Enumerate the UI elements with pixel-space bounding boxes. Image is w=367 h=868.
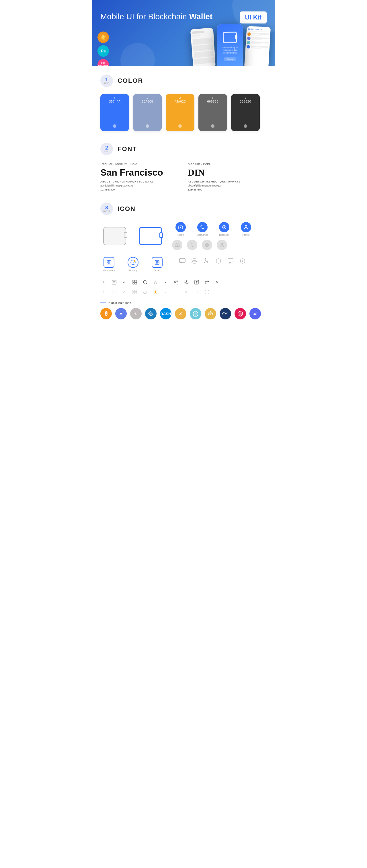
bottom-icons-row: Mangment ! History (101, 257, 266, 272)
circle-icon (215, 257, 223, 265)
color-swatch-dot (178, 124, 182, 128)
hero-section: Mobile UI for Blockchain Wallet UI Kit P… (92, 0, 275, 66)
svg-point-3 (180, 227, 181, 228)
wallet-blue-icon (139, 227, 162, 245)
management-icon-item: Mangment (101, 257, 117, 272)
screens-badge: 60+Screens (97, 59, 109, 66)
ps-icon: Ps (97, 45, 109, 57)
nav-icons-cluster: Assets Exchange (172, 222, 255, 250)
svg-rect-13 (107, 263, 109, 264)
nav-icons-gray-row (172, 240, 255, 250)
grid-icon (131, 279, 138, 286)
utility-icons-row-1: + ✓ (101, 279, 266, 286)
plus-icon: + (101, 279, 107, 286)
color-swatch-dot (244, 124, 247, 128)
golem-icon (234, 308, 246, 319)
close-icon: ✕ (214, 279, 221, 286)
back-icon-gray: ‹ (162, 288, 169, 296)
color-section: 1 ONE COLOR # 3574FA # 8DA0C8 # F5A623 (101, 74, 266, 131)
svg-point-11 (221, 243, 223, 245)
svg-rect-27 (133, 282, 135, 284)
note-icon-gray (111, 288, 117, 296)
color-swatches: # 3574FA # 8DA0C8 # F5A623 # 666666 # (101, 94, 266, 131)
discover-icon-gray (202, 240, 212, 250)
swap-icon (204, 279, 210, 286)
discover-icon-item: Discover (216, 222, 233, 236)
wallet-icons-row: Assets Exchange (101, 222, 266, 250)
search-icon (142, 279, 148, 286)
comment-icon (227, 257, 234, 265)
font-din: Medium · Bold DIN ABCDEFGHIJKLMNOPQRSTUV… (188, 162, 266, 191)
exchange-icon-gray (187, 240, 197, 250)
star-icon-orange: ★ (152, 288, 159, 296)
dash-icon: DASH (160, 308, 171, 319)
svg-point-10 (206, 244, 208, 246)
main-content: 1 ONE COLOR # 3574FA # 8DA0C8 # F5A623 (92, 66, 275, 337)
svg-point-5 (224, 226, 225, 228)
share-icon (173, 279, 179, 286)
assets-icon-gray (172, 240, 182, 250)
svg-point-23 (242, 260, 243, 260)
phone-mockups: Character may bemastered in thegood mome… (192, 24, 270, 66)
litecoin-icon: Ł (130, 308, 142, 319)
sketch-icon (97, 32, 109, 43)
bitcoin-icon: ₿ (101, 308, 112, 319)
profile-icon (241, 222, 251, 232)
arrow-icon-gray: → (193, 288, 200, 296)
icon-section-number: 3 THREE (101, 203, 113, 215)
plus-icon-gray: + (101, 288, 107, 296)
svg-point-31 (174, 282, 175, 283)
svg-marker-2 (179, 225, 182, 229)
icon-section-title: ICON (117, 205, 136, 213)
font-section-header: 2 TWO FONT (101, 143, 266, 155)
layers-icon (190, 257, 198, 265)
management-icon (104, 257, 114, 268)
svg-rect-19 (179, 258, 185, 262)
order-icon (152, 257, 163, 268)
blockchain-label-line (101, 303, 106, 303)
stratos-icon (250, 308, 261, 319)
wallet-outline-icon (103, 227, 126, 245)
font-section: 2 TWO FONT Regular · Medium · Bold San F… (101, 143, 266, 191)
svg-point-30 (177, 280, 178, 281)
forward-icon-gray: → (173, 288, 179, 296)
color-section-number: 1 ONE (101, 74, 113, 87)
check-icon-gray: ✓ (121, 288, 128, 296)
star-icon: ☆ (152, 279, 159, 286)
color-swatch-dot (211, 124, 215, 128)
assets-icon (175, 222, 186, 232)
stratis-icon (145, 308, 157, 319)
svg-rect-36 (133, 290, 135, 291)
color-swatch-gray: # 666666 (198, 94, 227, 131)
order-icon-item: Order (148, 257, 166, 272)
misc-icons-row (178, 257, 247, 265)
font-grid: Regular · Medium · Bold San Francisco AB… (101, 162, 266, 191)
svg-rect-25 (133, 280, 135, 282)
utility-icons-row-2: + ✓ (101, 288, 266, 296)
phone-mockup-2: Character may bemastered in thegood mome… (217, 24, 243, 66)
discover-icon (219, 222, 229, 232)
ark-icon (205, 308, 216, 319)
svg-rect-39 (135, 292, 137, 294)
profile-icon-gray (217, 240, 227, 250)
settings-icon (183, 279, 190, 286)
check-icon: ✓ (121, 279, 128, 286)
zcash-icon: Z (175, 308, 186, 319)
moon-icon (202, 257, 210, 265)
color-swatch-light-blue: # 8DA0C8 (133, 94, 162, 131)
svg-point-6 (245, 225, 247, 227)
color-swatch-dot (113, 124, 116, 128)
font-section-title: FONT (117, 145, 137, 153)
svg-rect-12 (107, 260, 109, 262)
color-swatch-dot (146, 124, 149, 128)
refresh-icon-gray (142, 288, 148, 296)
crypto-icons-row: ₿ Ξ Ł DASH Z (101, 308, 266, 319)
svg-point-8 (177, 245, 178, 246)
hero-icons: Ps 60+Screens (97, 32, 109, 66)
nav-icons-top-row: Assets Exchange (172, 222, 255, 236)
color-section-title: COLOR (117, 77, 143, 85)
phone-mockup-3: $6,297,502.12 (244, 26, 271, 66)
blockchain-label: BlockChain Icon (101, 301, 266, 305)
svg-point-21 (216, 259, 221, 263)
svg-rect-28 (135, 282, 137, 284)
